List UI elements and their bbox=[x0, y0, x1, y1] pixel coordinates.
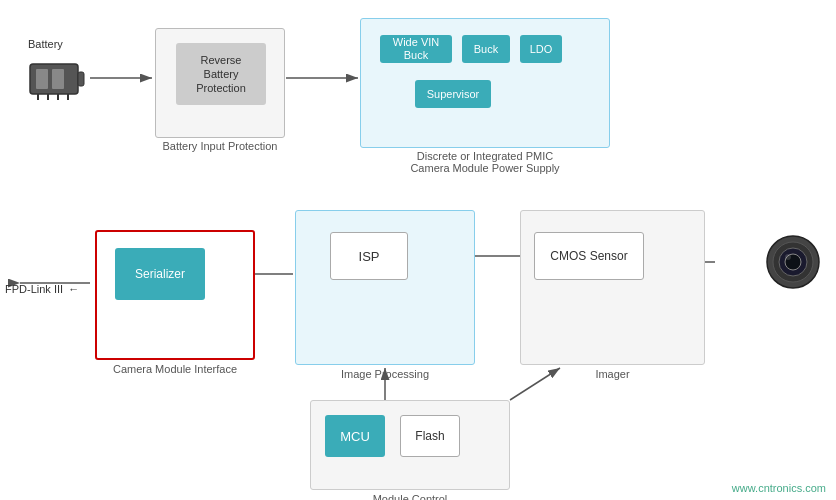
battery-input-protection-box: Reverse Battery Protection bbox=[155, 28, 285, 138]
diagram: Battery Reverse Battery Protection Batte… bbox=[0, 0, 836, 500]
watermark: www.cntronics.com bbox=[732, 482, 826, 494]
buck-btn: Buck bbox=[462, 35, 510, 63]
reverse-battery-inner: Reverse Battery Protection bbox=[176, 43, 266, 105]
svg-rect-11 bbox=[78, 72, 84, 86]
svg-rect-12 bbox=[36, 69, 48, 89]
battery-label: Battery bbox=[28, 38, 63, 50]
imager-label: Imager bbox=[520, 368, 705, 380]
module-ctrl-label: Module Control bbox=[310, 493, 510, 500]
camera-lens-icon bbox=[766, 235, 821, 290]
supervisor-btn: Supervisor bbox=[415, 80, 491, 108]
flash-block: Flash bbox=[400, 415, 460, 457]
svg-rect-13 bbox=[52, 69, 64, 89]
battery-input-label: Battery Input Protection bbox=[155, 140, 285, 152]
camera-module-label: Camera Module Interface bbox=[95, 363, 255, 375]
wide-vin-btn: Wide VIN Buck bbox=[380, 35, 452, 63]
pmic-title: Camera Module Power Supply bbox=[360, 162, 610, 174]
ldo-btn: LDO bbox=[520, 35, 562, 63]
svg-point-22 bbox=[785, 254, 791, 260]
image-proc-label: Image Processing bbox=[295, 368, 475, 380]
cmos-block: CMOS Sensor bbox=[534, 232, 644, 280]
fpd-link-label: FPD-Link III ← bbox=[5, 283, 79, 295]
serializer-block: Serializer bbox=[115, 248, 205, 300]
pmic-discrete-label: Discrete or Integrated PMIC bbox=[360, 150, 610, 162]
battery-icon bbox=[28, 52, 88, 102]
isp-block: ISP bbox=[330, 232, 408, 280]
mcu-block: MCU bbox=[325, 415, 385, 457]
